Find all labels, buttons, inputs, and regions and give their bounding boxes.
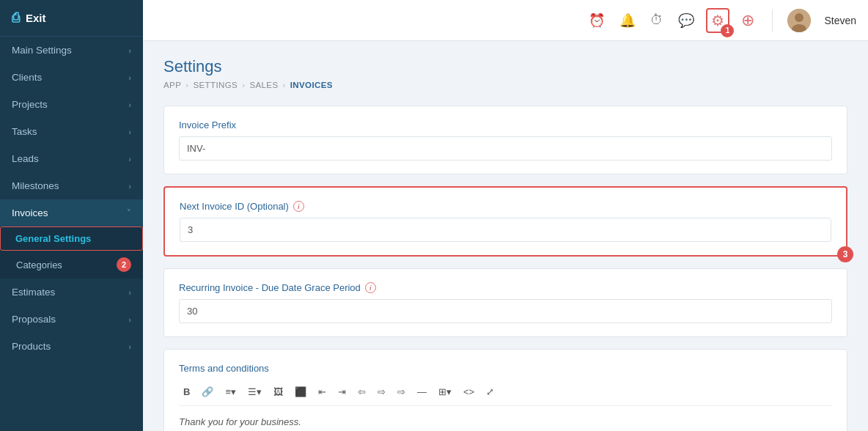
gear-icon[interactable]: ⚙ 1	[706, 8, 729, 33]
content-area: Settings APP › SETTINGS › SALES › INVOIC…	[143, 41, 868, 431]
terms-toolbar: B 🔗 ≡▾ ☰▾ 🖼 ⬛ ⇤ ⇥ ⇦ ⇨ ⇨ — ⊞▾ <> ⤢	[179, 380, 832, 406]
next-invoice-id-label: Next Invoice ID (Optional) i	[180, 201, 831, 212]
sidebar-label-clients: Clients	[12, 72, 42, 83]
invoice-prefix-input[interactable]	[179, 136, 832, 161]
sidebar-item-milestones[interactable]: Milestones ›	[0, 172, 143, 199]
sidebar-item-proposals[interactable]: Proposals ›	[0, 306, 143, 333]
grace-period-label: Recurring Invoice - Due Date Grace Perio…	[179, 282, 832, 293]
sidebar-label-tasks: Tasks	[12, 126, 37, 137]
sidebar: ⎙ Exit Main Settings › Clients › Project…	[0, 0, 143, 431]
sidebar-item-projects[interactable]: Projects ›	[0, 91, 143, 118]
next-invoice-id-section: Next Invoice ID (Optional) i 3	[163, 186, 847, 257]
topbar-icons: ⏰ 🔔 ⏱ 💬 ⚙ 1 ⊕ Steven	[586, 8, 856, 33]
align-left-button[interactable]: ⇤	[314, 384, 331, 399]
gear-badge: 1	[721, 24, 734, 37]
subitem-label-general-settings: General Settings	[15, 233, 91, 244]
svg-point-1	[795, 13, 803, 22]
chevron-icon: ›	[128, 100, 131, 109]
chevron-down-icon: ˅	[127, 208, 131, 218]
chevron-icon: ›	[128, 73, 131, 82]
unordered-list-button[interactable]: ≡▾	[221, 384, 240, 399]
invoice-prefix-label: Invoice Prefix	[179, 119, 832, 130]
info-icon: i	[293, 201, 304, 212]
sidebar-label-products: Products	[12, 341, 51, 352]
fullscreen-button[interactable]: ⤢	[482, 384, 499, 399]
sidebar-label-leads: Leads	[12, 153, 39, 164]
chat-icon[interactable]: 💬	[675, 10, 697, 32]
chevron-icon: ›	[128, 182, 131, 191]
table-button[interactable]: ⬛	[290, 384, 311, 399]
sidebar-subitem-general-settings[interactable]: General Settings	[0, 226, 143, 251]
chevron-icon: ›	[128, 342, 131, 351]
topbar-divider	[772, 10, 773, 32]
breadcrumb-app: APP	[163, 81, 181, 89]
exit-button[interactable]: ⎙ Exit	[0, 0, 143, 37]
avatar	[787, 9, 811, 32]
sidebar-label-projects: Projects	[12, 99, 48, 110]
image-button[interactable]: 🖼	[269, 384, 287, 399]
sidebar-label-main-settings: Main Settings	[12, 45, 72, 56]
breadcrumb-sep-2: ›	[242, 81, 245, 89]
sidebar-item-main-settings[interactable]: Main Settings ›	[0, 37, 143, 64]
sidebar-item-estimates[interactable]: Estimates ›	[0, 279, 143, 306]
grace-period-info-icon: i	[365, 282, 376, 293]
page-title: Settings	[163, 57, 847, 76]
breadcrumb-sep-1: ›	[185, 81, 188, 89]
breadcrumb: APP › SETTINGS › SALES › INVOICES	[163, 81, 847, 89]
sidebar-item-leads[interactable]: Leads ›	[0, 145, 143, 172]
align-right-button[interactable]: ⇦	[353, 384, 370, 399]
hr-button[interactable]: —	[413, 384, 431, 399]
breadcrumb-settings: SETTINGS	[193, 81, 238, 89]
sidebar-item-invoices[interactable]: Invoices ˅	[0, 199, 143, 226]
sidebar-subitems-invoices: General Settings Categories 2	[0, 226, 143, 279]
clock-icon[interactable]: ⏱	[647, 10, 666, 31]
ordered-list-button[interactable]: ☰▾	[243, 384, 266, 399]
bell-icon[interactable]: 🔔	[617, 10, 639, 32]
user-name: Steven	[824, 15, 856, 26]
grace-period-section: Recurring Invoice - Due Date Grace Perio…	[163, 268, 847, 337]
chevron-icon: ›	[128, 128, 131, 136]
chevron-icon: ›	[128, 46, 131, 55]
terms-content[interactable]: Thank you for your business.	[179, 413, 832, 430]
terms-label: Terms and conditions	[179, 363, 832, 374]
link-button[interactable]: 🔗	[197, 384, 218, 399]
sidebar-label-invoices: Invoices	[12, 207, 48, 218]
bold-button[interactable]: B	[179, 384, 194, 399]
grid-button[interactable]: ⊞▾	[434, 384, 456, 399]
alarm-icon[interactable]: ⏰	[586, 10, 608, 32]
subitem-label-categories: Categories	[16, 259, 62, 270]
topbar: ⏰ 🔔 ⏱ 💬 ⚙ 1 ⊕ Steven	[143, 0, 868, 41]
next-invoice-id-badge: 3	[837, 246, 853, 262]
breadcrumb-sales: SALES	[249, 81, 278, 89]
align-justify-button[interactable]: ⇨	[373, 384, 390, 399]
exit-icon: ⎙	[12, 10, 20, 26]
chevron-icon: ›	[128, 288, 131, 297]
sidebar-item-clients[interactable]: Clients ›	[0, 64, 143, 91]
invoice-prefix-section: Invoice Prefix	[163, 106, 847, 174]
grace-period-input[interactable]	[179, 299, 832, 323]
sidebar-label-estimates: Estimates	[12, 287, 55, 298]
terms-section: Terms and conditions B 🔗 ≡▾ ☰▾ 🖼 ⬛ ⇤ ⇥ ⇦…	[163, 349, 847, 431]
main-area: ⏰ 🔔 ⏱ 💬 ⚙ 1 ⊕ Steven Settings APP ›	[143, 0, 868, 431]
breadcrumb-invoices: INVOICES	[290, 81, 333, 89]
code-button[interactable]: <>	[459, 384, 479, 399]
sidebar-label-proposals: Proposals	[12, 314, 56, 325]
sidebar-nav: Main Settings › Clients › Projects › Tas…	[0, 37, 143, 431]
add-circle-icon[interactable]: ⊕	[738, 8, 757, 33]
sidebar-item-products[interactable]: Products ›	[0, 333, 143, 360]
next-invoice-id-input[interactable]	[180, 218, 831, 242]
exit-label: Exit	[26, 12, 46, 24]
sidebar-item-tasks[interactable]: Tasks ›	[0, 118, 143, 145]
chevron-icon: ›	[128, 155, 131, 163]
indent-button[interactable]: ⇨	[393, 384, 410, 399]
sidebar-subitem-categories[interactable]: Categories 2	[0, 251, 143, 279]
sidebar-label-milestones: Milestones	[12, 180, 59, 191]
align-center-button[interactable]: ⇥	[334, 384, 350, 399]
categories-badge: 2	[117, 257, 131, 272]
breadcrumb-sep-3: ›	[282, 81, 285, 89]
chevron-icon: ›	[128, 315, 131, 324]
